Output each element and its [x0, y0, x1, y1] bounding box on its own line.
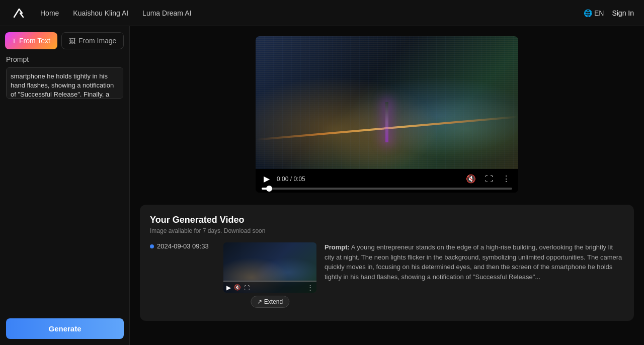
lang-label: EN: [594, 9, 604, 17]
video-entry: 2024-09-03 09:33 ▶ 🔇 ⛶ ⋮: [150, 242, 624, 311]
thumb-mute-button[interactable]: 🔇: [234, 284, 241, 291]
prompt-body: A young entrepreneur stands on the edge …: [325, 243, 622, 281]
extend-icon: ↗: [257, 298, 262, 305]
thumb-progress-bar: [223, 281, 316, 282]
generated-section: Your Generated Video Image available for…: [140, 205, 634, 321]
logo: [10, 4, 28, 22]
video-thumbnail-small: ▶ 🔇 ⛶ ⋮: [223, 242, 316, 293]
content-area: ▶ 0:00 / 0:05 🔇 ⛶ ⋮: [130, 26, 644, 345]
thumb-controls: ▶ 🔇 ⛶ ⋮: [223, 282, 316, 293]
time-display: 0:00 / 0:05: [277, 176, 305, 183]
tower-decoration: [385, 102, 388, 142]
fullscreen-button[interactable]: ⛶: [483, 174, 495, 185]
extend-button[interactable]: ↗ Extend: [251, 296, 289, 308]
prompt-label: Prompt: [6, 55, 123, 63]
progress-bar[interactable]: [262, 188, 512, 190]
tab-from-image[interactable]: 🖼 From Image: [61, 32, 124, 49]
video-thumb-wrapper: ▶ 🔇 ⛶ ⋮ ↗ Extend: [223, 242, 316, 293]
progress-fill: [262, 188, 269, 190]
date-dot: [150, 244, 154, 248]
video-date: 2024-09-03 09:33: [150, 242, 215, 250]
thumb-play-button[interactable]: ▶: [226, 284, 231, 291]
globe-icon: 🌐: [584, 9, 592, 17]
header-right: 🌐 EN Sign In: [584, 9, 634, 17]
tab-bar: T From Text 🖼 From Image: [0, 26, 129, 55]
video-prompt-text: Prompt: A young entrepreneur stands on t…: [325, 242, 624, 282]
video-player: ▶ 0:00 / 0:05 🔇 ⛶ ⋮: [256, 36, 518, 193]
video-controls: ▶ 0:00 / 0:05 🔇 ⛶ ⋮: [256, 169, 518, 193]
nav-luma[interactable]: Luma Dream AI: [142, 9, 191, 17]
text-icon: T: [12, 37, 16, 45]
prompt-prefix: Prompt:: [325, 243, 350, 251]
language-selector[interactable]: 🌐 EN: [584, 9, 604, 17]
generated-title: Your Generated Video: [150, 215, 624, 225]
controls-top: ▶ 0:00 / 0:05 🔇 ⛶ ⋮: [262, 173, 512, 185]
more-options-button[interactable]: ⋮: [500, 173, 512, 185]
sidebar: T From Text 🖼 From Image Prompt smartpho…: [0, 26, 130, 345]
main-nav: Home Kuaishou Kling AI Luma Dream AI: [40, 9, 584, 17]
thumb-fullscreen-button[interactable]: ⛶: [244, 285, 250, 291]
prompt-textarea[interactable]: smartphone he holds tightly in his hand …: [6, 67, 123, 99]
thumb-more-button[interactable]: ⋮: [307, 284, 313, 291]
video-player-container: ▶ 0:00 / 0:05 🔇 ⛶ ⋮: [256, 36, 518, 193]
sign-in-button[interactable]: Sign In: [612, 9, 634, 17]
mute-button[interactable]: 🔇: [464, 173, 478, 185]
nav-kling[interactable]: Kuaishou Kling AI: [73, 9, 128, 17]
generate-button[interactable]: Generate: [6, 318, 124, 339]
play-button[interactable]: ▶: [262, 174, 272, 184]
main-layout: T From Text 🖼 From Image Prompt smartpho…: [0, 26, 644, 345]
tab-from-text[interactable]: T From Text: [5, 32, 57, 49]
nav-home[interactable]: Home: [40, 9, 59, 17]
progress-dot: [266, 186, 272, 192]
generated-subtitle: Image available for 7 days. Download soo…: [150, 227, 624, 234]
image-icon: 🖼: [69, 37, 75, 45]
prompt-section: Prompt smartphone he holds tightly in hi…: [0, 55, 129, 345]
header: Home Kuaishou Kling AI Luma Dream AI 🌐 E…: [0, 0, 644, 26]
video-thumbnail: [256, 36, 518, 169]
